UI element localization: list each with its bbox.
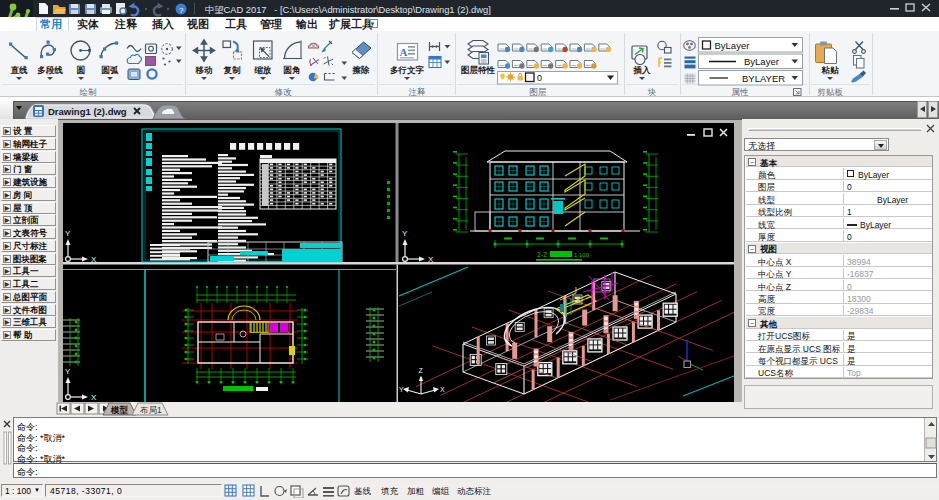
svg-text:Y: Y: [402, 229, 408, 238]
svg-text:Drawing1 (2).dwg: Drawing1 (2).dwg: [48, 106, 127, 117]
svg-text:X: X: [91, 255, 97, 264]
svg-text:模型: 模型: [110, 405, 129, 415]
svg-text:ByLayer: ByLayer: [744, 56, 779, 67]
svg-text:?: ?: [179, 6, 184, 15]
svg-text:X: X: [428, 255, 434, 264]
svg-text:ByLayer: ByLayer: [715, 40, 750, 51]
svg-text:X: X: [440, 386, 445, 393]
svg-text:BYLAYER: BYLAYER: [742, 73, 785, 84]
svg-text:0: 0: [537, 73, 542, 83]
svg-text:2-2: 2-2: [537, 251, 547, 258]
svg-text:Y: Y: [65, 367, 71, 376]
svg-text:Z: Z: [419, 367, 424, 374]
svg-text:Y: Y: [65, 229, 71, 238]
svg-text:布局1: 布局1: [140, 405, 162, 415]
svg-text:Y: Y: [399, 386, 404, 393]
svg-text:X: X: [91, 393, 97, 402]
svg-text:A: A: [400, 46, 408, 58]
svg-text:1:100: 1:100: [574, 252, 590, 258]
